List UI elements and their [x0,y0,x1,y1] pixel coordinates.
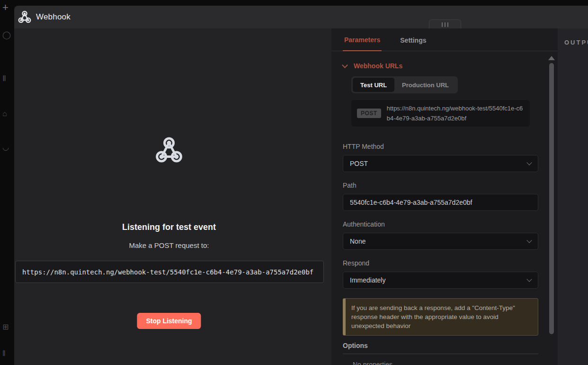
canvas-home-icon[interactable]: ⌂ [2,110,7,118]
canvas-plus-icon[interactable]: + [2,2,9,13]
scroll-up-arrow-icon[interactable] [548,56,555,60]
panel-tabs: Parameters Settings [331,28,558,51]
content-type-notice: If you are sending back a response, add … [343,298,538,336]
authentication-select[interactable]: None [343,233,538,250]
canvas-beam-icon[interactable]: Ⅱ [2,75,6,82]
authentication-label: Authentication [343,220,538,228]
webhook-url-copy-box[interactable]: POST https://n8n.quintech.ng/webhook-tes… [351,100,530,127]
webhook-url-text: https://n8n.quintech.ng/webhook-test/554… [387,103,525,123]
path-label: Path [343,182,538,190]
respond-value: Immediately [350,276,527,284]
http-method-badge: POST [357,109,381,118]
parameters-pane: Parameters Settings Webhook URLs Test UR… [331,28,558,365]
output-panel-label: OUTPUT [564,39,588,46]
grip-icon [442,22,443,27]
http-method-value: POST [350,160,527,167]
listening-subtitle: Make a POST request to: [14,241,324,249]
respond-label: Respond [343,259,538,267]
options-label: Options [343,342,538,349]
test-url-tab[interactable]: Test URL [353,78,394,92]
scrollbar-thumb[interactable] [549,63,554,334]
node-modal: Webhook [14,6,588,365]
input-pane: Listening for test event Make a POST req… [14,28,331,365]
options-empty-text: No properties [353,361,538,365]
webhook-urls-section-toggle[interactable]: Webhook URLs [343,62,538,70]
test-url-input[interactable] [15,261,324,283]
path-input[interactable] [343,194,538,211]
webhook-icon [18,10,31,24]
options-divider [343,354,538,354]
output-pane: OUTPUT [558,28,588,365]
node-header: Webhook [14,6,588,28]
listening-title: Listening for test event [14,222,324,232]
respond-select[interactable]: Immediately [343,272,538,289]
canvas-circle-icon[interactable]: ◯ [2,31,11,39]
chevron-down-icon [526,160,532,165]
production-url-tab[interactable]: Production URL [394,78,456,92]
tab-parameters[interactable]: Parameters [343,36,382,51]
http-method-select[interactable]: POST [343,155,538,172]
chevron-down-icon [526,276,532,282]
chevron-down-icon [342,62,348,68]
chevron-down-icon [526,237,532,243]
url-type-toggle: Test URL Production URL [351,76,458,93]
canvas-bars-icon[interactable]: ‖ [2,350,6,357]
canvas-arc-icon[interactable]: ◡ [2,144,9,151]
listening-block: Listening for test event Make a POST req… [14,28,324,365]
grip-icon [447,22,448,27]
webhook-urls-title: Webhook URLs [354,62,402,70]
tab-settings[interactable]: Settings [399,36,428,51]
http-method-label: HTTP Method [343,143,538,151]
webhook-large-icon [155,137,183,164]
n8n-node-detail-view: + ◯ Ⅱ ⌂ ◡ ⊞ ‖ W [0,0,588,365]
panel-drag-handle[interactable] [429,19,461,29]
parameters-scroll-area: Webhook URLs Test URL Production URL POS… [331,52,547,365]
authentication-value: None [350,237,527,245]
grip-icon [445,22,445,27]
canvas-stack-icon[interactable]: ⊞ [2,323,9,331]
node-title: Webhook [36,12,71,22]
stop-listening-button[interactable]: Stop Listening [137,313,201,329]
